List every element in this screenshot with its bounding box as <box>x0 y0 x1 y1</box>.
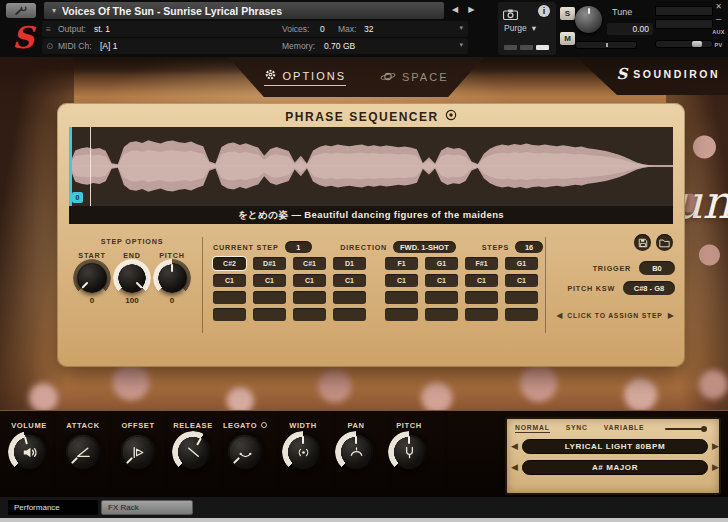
purge-menu[interactable]: Purge ▾ <box>504 23 536 33</box>
preset-panel: NORMALSYNCVARIABLE ◀ LYRICAL LIGHT 80BPM… <box>505 417 721 495</box>
phrase-select[interactable]: LYRICAL LIGHT 80BPM <box>522 439 708 454</box>
prev-key-button[interactable]: ◀ <box>511 460 518 475</box>
step-cell[interactable] <box>213 291 246 304</box>
step-cell[interactable] <box>465 308 498 321</box>
next-phrase-button[interactable]: ▶ <box>712 439 719 454</box>
minimize-icon[interactable]: ─ <box>716 14 722 25</box>
offset-knob[interactable] <box>121 435 155 469</box>
midi-value[interactable]: [A] 1 <box>100 41 117 51</box>
step-cell[interactable] <box>333 308 366 321</box>
step-cell[interactable]: C#2 <box>213 257 246 270</box>
step-cell[interactable]: C1 <box>333 274 366 287</box>
trigger-value[interactable]: B0 <box>639 261 675 275</box>
tune-knob[interactable] <box>575 6 602 33</box>
snapshot-camera-icon[interactable] <box>503 6 518 24</box>
pan-slider[interactable] <box>575 41 637 49</box>
step-cell[interactable] <box>385 308 418 321</box>
instrument-title-bar[interactable]: ▾ Voices Of The Sun - Sunrise Lyrical Ph… <box>44 2 444 19</box>
waveform-area[interactable]: 0 <box>69 127 673 206</box>
mute-button[interactable]: M <box>560 32 575 45</box>
step-cell[interactable]: G1 <box>505 257 538 270</box>
step-cell[interactable]: C1 <box>465 274 498 287</box>
mode-variable[interactable]: VARIABLE <box>604 424 645 433</box>
step-cell[interactable] <box>213 308 246 321</box>
next-instrument-button[interactable]: ▶ <box>468 5 474 14</box>
prev-phrase-button[interactable]: ◀ <box>511 439 518 454</box>
step-cell[interactable] <box>465 291 498 304</box>
save-icon[interactable] <box>634 234 651 251</box>
step-cell[interactable]: C#1 <box>293 257 326 270</box>
step-cell[interactable]: G1 <box>425 257 458 270</box>
next-key-button[interactable]: ▶ <box>712 460 719 475</box>
step-cell[interactable] <box>293 291 326 304</box>
step-cell[interactable]: C1 <box>293 274 326 287</box>
step-cell[interactable]: F1 <box>385 257 418 270</box>
mode-sync[interactable]: SYNC <box>566 424 588 433</box>
midi-caret-icon[interactable]: ▾ <box>459 41 463 49</box>
step-cell[interactable] <box>253 291 286 304</box>
step-cell[interactable] <box>425 308 458 321</box>
assign-right-arrow-icon[interactable]: ▶ <box>668 311 674 320</box>
power-icon[interactable] <box>445 109 457 124</box>
step-cell[interactable] <box>385 291 418 304</box>
aux-button[interactable]: AUX <box>712 27 725 38</box>
tab-fx-rack[interactable]: FX Rack <box>101 500 193 515</box>
tab-space[interactable]: SPACE <box>380 70 448 85</box>
step-cell[interactable]: C1 <box>505 274 538 287</box>
close-icon[interactable]: ✕ <box>715 1 722 12</box>
pitch-knob[interactable] <box>392 435 426 469</box>
output-value[interactable]: st. 1 <box>94 24 110 34</box>
step-cell[interactable] <box>333 291 366 304</box>
legato-icon <box>228 435 262 469</box>
step-cell[interactable] <box>505 308 538 321</box>
step-cell[interactable]: D#1 <box>253 257 286 270</box>
step-options-section: STEP OPTIONS START0END100PITCH0 <box>67 237 197 246</box>
folder-icon[interactable] <box>656 234 673 251</box>
pitch-knob[interactable] <box>157 263 187 293</box>
led <box>504 45 517 50</box>
tune-value[interactable]: 0.00 <box>607 23 653 35</box>
step-cell[interactable]: F#1 <box>465 257 498 270</box>
variable-slider[interactable] <box>665 428 705 430</box>
release-knob[interactable] <box>176 435 210 469</box>
step-cell[interactable]: D1 <box>333 257 366 270</box>
steps-value[interactable]: 16 <box>515 241 543 253</box>
loop-badge[interactable]: 0 <box>72 192 83 203</box>
info-icon[interactable]: i <box>538 5 550 17</box>
step-cell[interactable] <box>425 291 458 304</box>
step-cell[interactable]: C1 <box>213 274 246 287</box>
divider <box>202 237 203 333</box>
step-cell[interactable]: C1 <box>385 274 418 287</box>
knob-pointer-rotor <box>111 257 153 299</box>
step-cell[interactable] <box>253 308 286 321</box>
start-knob[interactable] <box>77 263 107 293</box>
prev-instrument-button[interactable]: ◀ <box>452 5 458 14</box>
volume-slider-handle[interactable] <box>692 41 702 47</box>
legato-toggle-lamp[interactable] <box>261 422 267 428</box>
pitch-ksw-value[interactable]: C#8 - G8 <box>623 281 675 295</box>
mode-normal[interactable]: NORMAL <box>515 424 550 433</box>
wrench-icon[interactable] <box>6 3 36 18</box>
solo-button[interactable]: S <box>560 7 575 20</box>
legato-knob[interactable] <box>228 435 262 469</box>
ramp-down-icon <box>176 435 210 469</box>
variable-slider-dot[interactable] <box>701 426 707 432</box>
volume-knob[interactable] <box>12 435 46 469</box>
assign-left-arrow-icon[interactable]: ◀ <box>556 311 562 320</box>
end-knob[interactable] <box>117 263 147 293</box>
direction-value[interactable]: FWD. 1-SHOT <box>393 241 456 253</box>
pan-knob[interactable] <box>339 435 373 469</box>
step-cell[interactable]: C1 <box>425 274 458 287</box>
step-cell[interactable] <box>293 308 326 321</box>
width-knob[interactable] <box>286 435 320 469</box>
volume-slider[interactable] <box>655 40 713 48</box>
tab-performance[interactable]: Performance <box>8 500 98 515</box>
pv-button[interactable]: PV <box>715 40 723 51</box>
step-row: C#2D#1C#1D1F1G1F#1G1 <box>213 257 545 270</box>
output-caret-icon[interactable]: ▾ <box>459 24 463 32</box>
step-cell[interactable] <box>505 291 538 304</box>
step-cell[interactable]: C1 <box>253 274 286 287</box>
tab-options[interactable]: OPTIONS <box>264 68 347 86</box>
key-select[interactable]: A# MAJOR <box>522 460 708 475</box>
attack-knob[interactable] <box>66 435 100 469</box>
